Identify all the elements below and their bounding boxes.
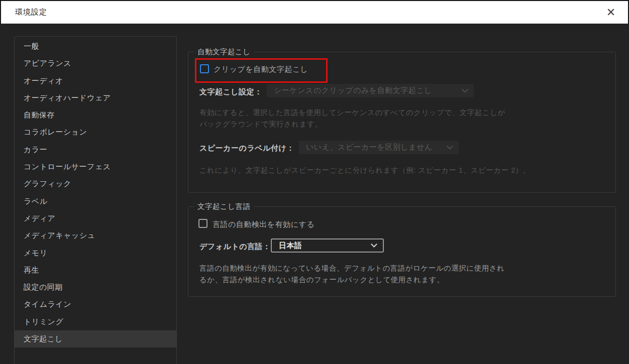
auto-transcription-legend: 自動文字起こし bbox=[194, 47, 254, 57]
default-language-description: 言語の自動検出が有効になっている場合、デフォルトの言語がロケールの選択に使用され… bbox=[199, 263, 504, 286]
clip-auto-transcribe-label: クリップを自動文字起こし bbox=[214, 65, 308, 74]
default-language-select[interactable]: 日本語 bbox=[271, 238, 384, 253]
dialog-body: 一般アピアランスオーディオオーディオハードウェア自動保存コラボレーションカラーコ… bbox=[0, 24, 629, 364]
transcription-language-group: 文字起こし言語 言語の自動検出を有効にする デフォルトの言語： 日本語 言語の自… bbox=[188, 206, 616, 297]
sidebar-item-3[interactable]: オーディオハードウェア bbox=[15, 89, 176, 106]
speaker-labeling-value: いいえ、スピーカーを区別しません bbox=[306, 143, 433, 152]
sidebar-item-11[interactable]: メディアキャッシュ bbox=[15, 227, 176, 244]
sidebar-item-1[interactable]: アピアランス bbox=[15, 55, 176, 72]
transcription-setting-label: 文字起こし設定： bbox=[199, 87, 262, 97]
sidebar-item-17[interactable]: 文字起こし bbox=[15, 330, 176, 347]
sidebar-item-12[interactable]: メモリ bbox=[15, 245, 176, 262]
transcription-setting-value: シーケンスのクリップのみを自動文字起こし bbox=[274, 86, 432, 95]
chevron-down-icon bbox=[462, 86, 468, 93]
preferences-dialog: 環境設定 ✕ 一般アピアランスオーディオオーディオハードウェア自動保存コラボレー… bbox=[0, 0, 629, 364]
chevron-down-icon bbox=[371, 241, 377, 248]
speaker-labeling-description: これにより、文字起こしがスピーカーごとに分けられます（例: スピーカー 1、スピ… bbox=[199, 165, 531, 176]
sidebar-item-15[interactable]: タイムライン bbox=[15, 296, 176, 313]
sidebar-item-14[interactable]: 設定の同期 bbox=[15, 279, 176, 296]
transcription-setting-select: シーケンスのクリップのみを自動文字起こし bbox=[267, 84, 474, 97]
sidebar-item-7[interactable]: コントロールサーフェス bbox=[15, 158, 176, 175]
auto-language-detect-checkbox[interactable] bbox=[198, 219, 207, 228]
speaker-labeling-select: いいえ、スピーカーを区別しません bbox=[299, 141, 459, 154]
sidebar-item-2[interactable]: オーディオ bbox=[15, 72, 176, 89]
sidebar-item-8[interactable]: グラフィック bbox=[15, 175, 176, 192]
sidebar-item-16[interactable]: トリミング bbox=[15, 313, 176, 330]
sidebar-item-4[interactable]: 自動保存 bbox=[15, 106, 176, 124]
transcription-language-legend: 文字起こし言語 bbox=[194, 202, 254, 211]
clip-auto-transcribe-checkbox[interactable] bbox=[200, 64, 209, 73]
sidebar-item-10[interactable]: メディア bbox=[15, 210, 176, 227]
preferences-category-list: 一般アピアランスオーディオオーディオハードウェア自動保存コラボレーションカラーコ… bbox=[14, 36, 177, 364]
default-language-value: 日本語 bbox=[279, 241, 302, 251]
transcription-setting-description: 有効にすると、選択した言語を使用してシーケンスのすべてのクリップで、文字起こしが… bbox=[199, 107, 505, 130]
sidebar-item-6[interactable]: カラー bbox=[15, 141, 176, 158]
sidebar-item-0[interactable]: 一般 bbox=[15, 38, 176, 55]
auto-language-detect-label: 言語の自動検出を有効にする bbox=[213, 220, 314, 229]
sidebar-item-13[interactable]: 再生 bbox=[15, 262, 176, 279]
chevron-down-icon bbox=[447, 143, 453, 150]
speaker-labeling-label: スピーカーのラベル付け： bbox=[199, 144, 294, 153]
close-icon[interactable]: ✕ bbox=[602, 4, 620, 22]
default-language-label: デフォルトの言語： bbox=[199, 242, 271, 252]
auto-transcription-group: 自動文字起こし クリップを自動文字起こし 文字起こし設定： シーケンスのクリップ… bbox=[188, 52, 616, 193]
titlebar: 環境設定 ✕ bbox=[1, 1, 628, 24]
sidebar-item-5[interactable]: コラボレーション bbox=[15, 124, 176, 141]
dialog-title: 環境設定 bbox=[15, 8, 47, 17]
sidebar-item-9[interactable]: ラベル bbox=[15, 193, 176, 210]
